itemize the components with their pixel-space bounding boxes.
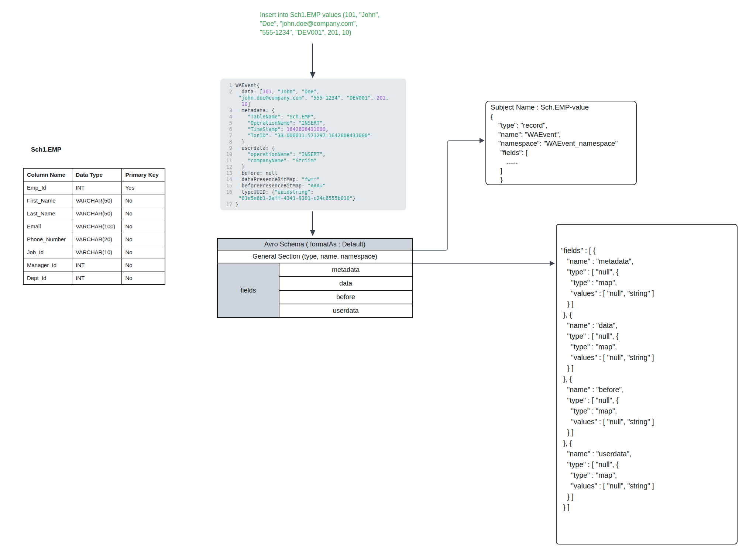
emp-table-row: First_NameVARCHAR(50)No [23,194,165,207]
code-line: 16 typeUUID: {"uuidstring": [225,189,403,195]
emp-cell: VARCHAR(10) [72,246,122,259]
code-line-number: 17 [225,201,232,208]
emp-table-row: Last_NameVARCHAR(50)No [23,207,165,220]
avro-field-row: fieldsmetadata [217,263,412,277]
code-line: 12 } [225,164,403,170]
emp-cell: First_Name [23,194,72,207]
emp-cell: No [122,272,165,284]
emp-cell: VARCHAR(20) [72,233,122,246]
arrowhead-code-to-avro [310,230,315,236]
code-line-number: 2 [225,89,232,95]
code-line: "john.doe@company.com", "555-1234", "DEV… [225,95,403,101]
emp-header-cell: Primary Key [122,168,165,181]
emp-cell: Last_Name [23,207,72,220]
emp-cell: Phone_Number [23,233,72,246]
emp-table: Column NameData TypePrimary Key Emp_IdIN… [23,168,165,285]
arrowhead-fields-to-json [550,261,555,266]
code-line: 2 data: [101, "John", "Doe", [225,89,403,95]
code-line-number: 4 [225,114,232,120]
code-line-number: 8 [225,139,232,145]
arrowhead-insert-to-code [310,72,315,78]
emp-cell: Emp_Id [23,181,72,194]
fields-json-content: "fields" : [ { "name" : "metadata", "typ… [561,245,732,513]
code-line: 6 "TimeStamp": 1642608431000, [225,126,403,132]
avro-general-section: General Section (type, name, namespace) [217,250,412,263]
code-line-number: 7 [225,132,232,139]
avro-field-name: metadata [279,263,412,277]
code-line: 4 "TableName": "Sch.EMP", [225,114,403,120]
emp-cell: INT [72,259,122,272]
code-line-number: 1 [225,82,232,89]
emp-cell: VARCHAR(100) [72,220,122,233]
emp-cell: No [122,194,165,207]
emp-cell: Job_Id [23,246,72,259]
emp-cell: Dept_Id [23,272,72,284]
code-line: 17} [225,201,403,208]
code-line-number: 12 [225,164,232,170]
emp-table-row: Phone_NumberVARCHAR(20)No [23,233,165,246]
code-line: 13 before: null [225,170,403,176]
emp-cell: No [122,259,165,272]
code-line-number: 15 [225,183,232,189]
code-line-number [225,195,232,201]
code-line: 1WAEvent{ [225,82,403,89]
emp-cell: Manager_Id [23,259,72,272]
emp-cell: Yes [122,181,165,194]
code-line: 3 metadata: { [225,107,403,114]
code-line-number: 13 [225,170,232,176]
diagram-canvas: Insert into Sch1.EMP values (101, "John"… [0,0,756,560]
emp-table-row: Job_IdVARCHAR(10)No [23,246,165,259]
avro-field-name: userdata [279,304,412,318]
code-line-number [225,101,232,107]
code-line: 9 userdata: { [225,145,403,151]
avro-schema-table: Avro Schema ( formatAs : Default) Genera… [217,238,413,318]
emp-cell: VARCHAR(50) [72,207,122,220]
code-line-number: 11 [225,158,232,164]
code-line-number [225,95,232,101]
emp-cell: No [122,233,165,246]
code-line-number: 5 [225,120,232,126]
emp-cell: INT [72,272,122,284]
avro-schema-header: Avro Schema ( formatAs : Default) [217,238,412,250]
code-line-number: 3 [225,107,232,114]
emp-table-title: Sch1.EMP [31,146,61,153]
code-line: 11 "companyName": "Striim" [225,158,403,164]
code-line-number: 16 [225,189,232,195]
emp-cell: INT [72,181,122,194]
emp-table-row: EmailVARCHAR(100)No [23,220,165,233]
emp-header-cell: Column Name [23,168,72,181]
sql-insert-statement: Insert into Sch1.EMP values (101, "John"… [260,10,379,37]
emp-header-cell: Data Type [72,168,122,181]
emp-table-row: Emp_IdINTYes [23,181,165,194]
emp-cell: No [122,220,165,233]
code-line: 14 dataPresenceBitMap: "fw==" [225,176,403,183]
emp-cell: No [122,246,165,259]
code-line: 8 } [225,139,403,145]
code-line-number: 6 [225,126,232,132]
subject-box-content: Subject Name : Sch.EMP-value { "type": "… [491,103,632,184]
code-line: 10] [225,101,403,107]
code-line: 5 "OperationName": "INSERT", [225,120,403,126]
code-line: 7 "TxnID": "33:000011:571297:16426084310… [225,132,403,139]
code-line: "01e5e6b1-2aff-4341-9301-c24c6555b010"} [225,195,403,201]
code-line-number: 14 [225,176,232,183]
emp-cell: Email [23,220,72,233]
connector-general-to-subject [413,141,480,250]
code-line: 10 "operationName": "INSERT", [225,151,403,158]
emp-cell: VARCHAR(50) [72,194,122,207]
emp-cell: No [122,207,165,220]
fields-json-box: "fields" : [ { "name" : "metadata", "typ… [556,224,738,545]
avro-fields-label: fields [217,263,279,318]
emp-table-row: Manager_IdINTNo [23,259,165,272]
code-line: 15 beforePresenceBitMap: "AAA=" [225,183,403,189]
emp-table-row: Dept_IdINTNo [23,272,165,284]
waevent-code-block: 1WAEvent{2 data: [101, "John", "Doe", "j… [220,79,406,210]
code-line-number: 9 [225,145,232,151]
avro-field-name: before [279,290,412,304]
code-line-number: 10 [225,151,232,158]
arrowhead-general-to-subject [480,138,485,143]
subject-name-box: Subject Name : Sch.EMP-value { "type": "… [485,101,637,185]
avro-field-name: data [279,277,412,290]
